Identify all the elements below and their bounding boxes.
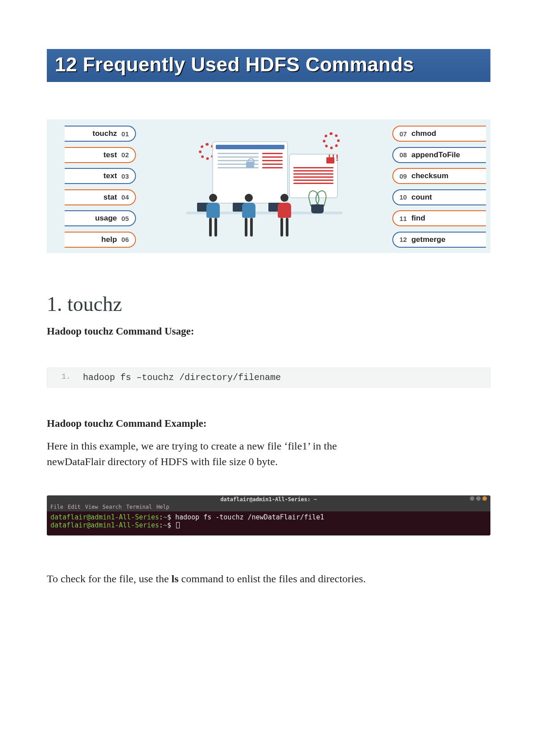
person-icon bbox=[234, 194, 264, 240]
alert-text: !!! bbox=[328, 153, 340, 163]
tail-text-b: command to enlist the files and director… bbox=[179, 573, 366, 584]
lock-icon bbox=[246, 162, 254, 168]
example-paragraph: Here in this example, we are trying to c… bbox=[47, 438, 490, 470]
cmd-pill-count: 10count bbox=[392, 189, 486, 205]
plant-icon bbox=[308, 186, 327, 213]
cmd-pill-stat: stat04 bbox=[65, 189, 136, 205]
page-title: 12 Frequently Used HDFS Commands bbox=[55, 53, 414, 75]
gear-icon bbox=[323, 132, 340, 149]
cmd-label: help bbox=[101, 235, 117, 244]
cmd-num: 06 bbox=[121, 236, 129, 243]
prompt-dollar: $ bbox=[167, 521, 171, 529]
cmd-pill-test: test02 bbox=[65, 147, 136, 163]
cmd-label: getmerge bbox=[412, 235, 446, 244]
cmd-num: 07 bbox=[399, 130, 407, 138]
cmd-num: 08 bbox=[399, 151, 407, 159]
example-heading: Hadoop touchz Command Example: bbox=[47, 418, 490, 429]
commands-left-column: touchz01 test02 text03 stat04 usage05 he… bbox=[47, 126, 136, 248]
cmd-num: 04 bbox=[121, 193, 129, 201]
menu-item: Help bbox=[156, 504, 169, 510]
cmd-num: 11 bbox=[399, 215, 407, 222]
cmd-label: chmod bbox=[412, 129, 436, 138]
cmd-label: test bbox=[103, 151, 117, 159]
cmd-pill-help: help06 bbox=[65, 232, 136, 248]
person-icon bbox=[269, 194, 300, 240]
tail-paragraph: To check for the file, use the ls comman… bbox=[47, 571, 490, 587]
commands-infographic: touchz01 test02 text03 stat04 usage05 he… bbox=[47, 119, 490, 253]
cmd-pill-touchz: touchz01 bbox=[65, 126, 136, 142]
terminal-screenshot: dataflair@admin1-All-Series: ~ File Edit… bbox=[47, 495, 490, 535]
cmd-num: 09 bbox=[399, 172, 407, 180]
menu-item: Search bbox=[103, 504, 122, 510]
cmd-num: 05 bbox=[121, 215, 129, 222]
commands-right-column: 07chmod 08appendToFile 09checksum 10coun… bbox=[392, 126, 490, 248]
cmd-num: 03 bbox=[121, 172, 129, 180]
terminal-menubar: File Edit View Search Terminal Help bbox=[47, 503, 490, 511]
cmd-pill-checksum: 09checksum bbox=[392, 168, 486, 184]
terminal-titlebar: dataflair@admin1-All-Series: ~ bbox=[47, 495, 490, 503]
cmd-label: find bbox=[412, 214, 425, 223]
code-block: 1. hadoop fs –touchz /directory/filename bbox=[47, 368, 490, 388]
prompt-sep: : bbox=[159, 513, 163, 521]
code-line-number: 1. bbox=[62, 372, 70, 381]
cmd-pill-chmod: 07chmod bbox=[392, 126, 486, 142]
cmd-label: count bbox=[412, 193, 432, 202]
menu-item: File bbox=[50, 504, 63, 510]
infographic-illustration: !!! bbox=[136, 126, 392, 248]
example-text-line1: Here in this example, we are trying to c… bbox=[47, 440, 337, 452]
example-text-line2: newDataFlair directory of HDFS with file… bbox=[47, 456, 278, 467]
tail-bold: ls bbox=[172, 573, 179, 584]
cmd-pill-appendtofile: 08appendToFile bbox=[392, 147, 486, 163]
prompt-sep: : bbox=[159, 521, 163, 529]
tail-text-a: To check for the file, use the bbox=[47, 573, 172, 584]
cmd-pill-usage: usage05 bbox=[65, 210, 136, 226]
prompt-dollar: $ bbox=[167, 513, 171, 521]
prompt-user: dataflair@admin1-All-Series bbox=[50, 521, 159, 529]
cmd-label: usage bbox=[95, 214, 117, 223]
window-dot-icon bbox=[470, 496, 474, 501]
terminal-title: dataflair@admin1-All-Series: ~ bbox=[220, 496, 317, 503]
window-controls bbox=[470, 496, 487, 501]
cmd-pill-getmerge: 12getmerge bbox=[392, 232, 486, 248]
illustration: !!! bbox=[186, 133, 342, 240]
menu-item: Edit bbox=[68, 504, 81, 510]
cmd-num: 01 bbox=[121, 130, 129, 138]
terminal-line: dataflair@admin1-All-Series:~$ bbox=[50, 521, 487, 529]
terminal-line: dataflair@admin1-All-Series:~$ hadoop fs… bbox=[50, 513, 487, 521]
cmd-num: 02 bbox=[121, 151, 129, 159]
cmd-pill-find: 11find bbox=[392, 210, 486, 226]
cmd-label: text bbox=[103, 172, 117, 180]
prompt-path: ~ bbox=[163, 513, 167, 521]
cursor-icon bbox=[176, 522, 180, 528]
menu-item: View bbox=[85, 504, 98, 510]
terminal-body: dataflair@admin1-All-Series:~$ hadoop fs… bbox=[47, 511, 490, 535]
cmd-label: appendToFile bbox=[412, 151, 460, 159]
window-dot-icon bbox=[476, 496, 481, 501]
cmd-num: 10 bbox=[399, 193, 407, 201]
page-title-banner: 12 Frequently Used HDFS Commands bbox=[47, 49, 490, 82]
menu-item: Terminal bbox=[126, 504, 152, 510]
section-heading: 1. touchz bbox=[47, 292, 490, 316]
window-dot-icon bbox=[482, 496, 487, 501]
prompt-path: ~ bbox=[163, 521, 167, 529]
cmd-num: 12 bbox=[399, 236, 407, 243]
person-icon bbox=[198, 194, 228, 240]
cmd-label: stat bbox=[103, 193, 117, 202]
cmd-label: touchz bbox=[93, 129, 117, 138]
prompt-user: dataflair@admin1-All-Series bbox=[50, 513, 159, 521]
code-text: hadoop fs –touchz /directory/filename bbox=[83, 372, 281, 383]
cmd-pill-text: text03 bbox=[65, 168, 136, 184]
usage-heading: Hadoop touchz Command Usage: bbox=[47, 326, 490, 337]
terminal-command: hadoop fs -touchz /newDataFlair/file1 bbox=[175, 513, 324, 521]
cmd-label: checksum bbox=[412, 172, 449, 180]
